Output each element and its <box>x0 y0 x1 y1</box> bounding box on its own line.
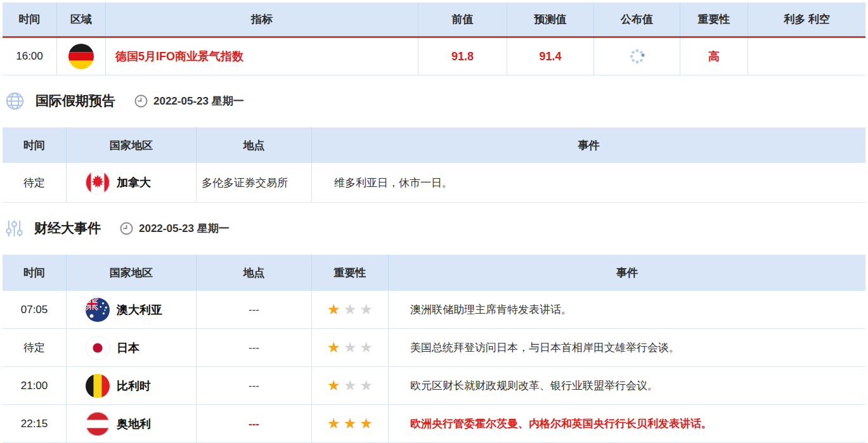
country-cell: 澳大利亚 <box>67 291 197 328</box>
loading-spinner-icon <box>629 48 645 65</box>
header-importance: 重要性 <box>680 3 748 36</box>
published-cell <box>594 38 680 75</box>
country-name: 日本 <box>117 340 139 356</box>
country-name: 加拿大 <box>117 175 151 190</box>
star-icon <box>327 302 340 317</box>
importance-cell <box>312 405 389 442</box>
country-name: 奥地利 <box>117 416 151 432</box>
time-cell: 21:00 <box>3 367 67 404</box>
region-cell <box>57 38 106 75</box>
clock-icon <box>134 94 148 108</box>
country-name: 澳大利亚 <box>117 302 162 318</box>
indicator-cell: 德国5月IFO商业景气指数 <box>106 38 418 75</box>
header-indicator: 指标 <box>106 3 418 36</box>
header-country: 国家地区 <box>67 127 197 163</box>
time-cell: 22:15 <box>3 405 67 442</box>
previous-value: 91.8 <box>418 38 507 75</box>
location-cell: 多伦多证券交易所 <box>197 163 312 202</box>
event-cell: 美国总统拜登访问日本，与日本首相岸田文雄举行会谈。 <box>389 329 865 366</box>
event-cell: 澳洲联储助理主席肯特发表讲话。 <box>389 291 865 328</box>
star-icon <box>360 378 373 393</box>
header-country: 国家地区 <box>67 255 197 290</box>
country-cell: 日本 <box>67 329 197 366</box>
event-cell: 维多利亚日，休市一日。 <box>312 163 865 202</box>
section-date: 2022-05-23 星期一 <box>139 221 230 236</box>
importance-cell <box>312 367 389 404</box>
country-cell: 奥地利 <box>67 405 197 442</box>
bull-bear-cell <box>748 38 865 75</box>
globe-icon <box>5 91 25 111</box>
time-cell: 16:00 <box>3 38 57 75</box>
star-icon <box>327 378 340 393</box>
time-cell: 待定 <box>3 163 67 202</box>
star-icon <box>344 416 357 431</box>
event-cell: 欧元区财长就财政规则改革、银行业联盟举行会议。 <box>389 367 865 404</box>
event-cell: 欧洲央行管委霍尔茨曼、内格尔和英国央行行长贝利发表讲话。 <box>389 405 865 442</box>
location-cell: --- <box>197 367 312 404</box>
importance-stars <box>327 378 373 393</box>
economic-calendar-header: 时间 区域 指标 前值 预测值 公布值 重要性 利多 利空 <box>3 3 865 36</box>
table-row: 待定 日本 --- 美国总统拜登访问日本，与日本首相岸田文雄举行会谈。 <box>3 328 865 366</box>
time-cell: 07:05 <box>3 291 67 328</box>
star-icon <box>327 340 340 355</box>
star-icon <box>327 416 340 431</box>
importance-cell <box>312 291 389 328</box>
importance-cell <box>312 329 389 366</box>
table-row: 21:00 比利时 --- <box>3 366 865 404</box>
header-event: 事件 <box>312 127 865 163</box>
importance-stars <box>327 416 373 431</box>
star-icon <box>344 378 357 393</box>
sliders-icon <box>5 219 23 238</box>
header-forecast: 预测值 <box>507 3 594 36</box>
header-location: 地点 <box>197 255 312 290</box>
events-table-header: 时间 国家地区 地点 重要性 事件 <box>3 255 865 290</box>
country-name: 比利时 <box>117 378 151 394</box>
star-icon <box>360 340 373 355</box>
economic-calendar-table: 时间 区域 指标 前值 预测值 公布值 重要性 利多 利空 16:00 <box>3 3 865 75</box>
holiday-table: 时间 国家地区 地点 事件 待定 <box>3 127 865 203</box>
austria-flag-icon <box>86 412 110 436</box>
header-bull-bear: 利多 利空 <box>748 3 865 36</box>
table-row: 待定 加拿大 多伦多证券交易所 <box>3 163 865 203</box>
location-cell: --- <box>197 329 312 366</box>
header-location: 地点 <box>197 127 312 163</box>
indicator-link[interactable]: 德国5月IFO商业景气指数 <box>115 49 243 64</box>
events-section-header: 财经大事件 2022-05-23 星期一 <box>3 217 865 240</box>
holiday-section-header: 国际假期预告 2022-05-23 星期一 <box>3 89 865 112</box>
star-icon <box>360 302 373 317</box>
financial-calendar-page: 时间 区域 指标 前值 预测值 公布值 重要性 利多 利空 16:00 <box>0 0 868 443</box>
section-date: 2022-05-23 星期一 <box>153 94 244 108</box>
header-previous: 前值 <box>418 3 507 36</box>
forecast-value: 91.4 <box>507 38 594 75</box>
time-cell: 待定 <box>3 329 67 366</box>
country-cell: 加拿大 <box>67 163 197 202</box>
importance-stars <box>327 340 373 355</box>
table-row: 22:15 奥地利 --- <box>3 404 865 443</box>
country-cell: 比利时 <box>67 367 197 404</box>
location-cell: --- <box>197 405 312 442</box>
star-icon <box>360 416 373 431</box>
section-title: 国际假期预告 <box>36 92 115 110</box>
star-icon <box>344 302 357 317</box>
header-event: 事件 <box>389 255 865 290</box>
header-time: 时间 <box>3 127 67 163</box>
location-cell: --- <box>197 291 312 328</box>
clock-icon <box>120 222 133 235</box>
header-region: 区域 <box>57 3 106 36</box>
header-importance: 重要性 <box>312 255 389 290</box>
events-table: 时间 国家地区 地点 重要性 事件 07:05 <box>3 255 865 443</box>
canada-flag-icon <box>86 170 110 195</box>
header-time: 时间 <box>3 255 67 290</box>
belgium-flag-icon <box>86 374 110 398</box>
importance-value: 高 <box>680 38 748 75</box>
germany-flag-icon <box>68 44 94 69</box>
table-row: 07:05 <box>3 290 865 328</box>
table-row: 16:00 德国5月IFO商业景气指数 91.8 91. <box>3 38 865 75</box>
australia-flag-icon <box>86 298 110 322</box>
japan-flag-icon <box>86 336 110 360</box>
header-time: 时间 <box>3 3 57 36</box>
header-published: 公布值 <box>594 3 680 36</box>
importance-stars <box>327 302 373 317</box>
star-icon <box>344 340 357 355</box>
section-title: 财经大事件 <box>34 219 101 237</box>
